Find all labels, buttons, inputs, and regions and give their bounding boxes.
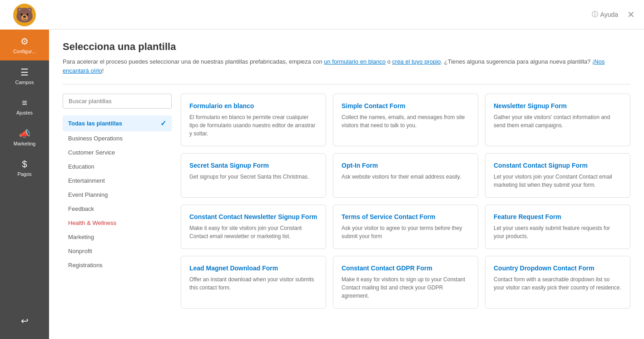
marketing-icon: 📣	[19, 128, 30, 139]
gear-icon: ⚙	[20, 36, 29, 47]
template-card-title: Constant Contact GDPR Form	[342, 264, 470, 272]
filter-event-label: Event Planning	[68, 191, 108, 198]
filter-customer-label: Customer Service	[68, 149, 115, 156]
template-card-title: Terms of Service Contact Form	[342, 213, 470, 220]
desc-middle: o	[386, 58, 392, 65]
filter-marketing[interactable]: Marketing	[63, 230, 172, 244]
filter-marketing-label: Marketing	[68, 234, 94, 240]
sidebar-item-marketing[interactable]: 📣 Marketing	[0, 122, 49, 153]
template-card-title: Simple Contact Form	[342, 102, 470, 110]
filter-health[interactable]: Health & Wellness	[63, 216, 172, 230]
template-card-desc: Gather your site visitors' contact infor…	[494, 113, 622, 130]
divider	[63, 84, 630, 85]
filter-education-label: Education	[68, 163, 94, 170]
sidebar-logo	[0, 0, 49, 30]
filter-registrations[interactable]: Registrations	[63, 258, 172, 272]
sidebar-item-marketing-label: Marketing	[14, 141, 35, 146]
logo-bear	[13, 4, 36, 26]
filter-entertainment[interactable]: Entertainment	[63, 174, 172, 188]
desc-suffix: . ¿Tienes alguna sugerencia para alguna …	[441, 58, 592, 65]
sidebar-item-configurar-label: Configur...	[13, 49, 36, 54]
link-blank[interactable]: un formulario en blanco	[324, 58, 386, 65]
template-grid: Formulario en blancoEl formulario en bla…	[181, 94, 630, 309]
back-icon: ↩	[21, 315, 29, 326]
template-card-desc: Ask website visitors for their email add…	[342, 173, 470, 181]
search-input[interactable]	[63, 94, 172, 109]
filter-feedback[interactable]: Feedback	[63, 202, 172, 216]
sidebar-bottom: ↩	[0, 309, 49, 339]
page-description: Para acelerar el proceso puedes seleccio…	[63, 57, 630, 75]
sidebar-item-ajustes-label: Ajustes	[16, 110, 33, 115]
template-card[interactable]: Formulario en blancoEl formulario en bla…	[181, 94, 326, 146]
link-custom[interactable]: crea el tuyo propio	[392, 58, 441, 65]
filter-all[interactable]: Todas las plantillas ✓	[63, 115, 172, 131]
sidebar-item-pagos-label: Pagos	[17, 171, 31, 177]
close-icon: ✕	[627, 10, 635, 20]
template-card-desc: Let your visitors join your Constant Con…	[494, 173, 622, 189]
template-card-title: Constant Contact Signup Form	[494, 162, 622, 169]
close-button[interactable]: ✕	[627, 9, 635, 20]
help-label: Ayuda	[600, 11, 618, 18]
filter-nonprofit[interactable]: Nonprofit	[63, 244, 172, 258]
filter-event[interactable]: Event Planning	[63, 188, 172, 202]
template-card[interactable]: Feature Request FormLet your users easil…	[485, 204, 630, 249]
filter-education[interactable]: Education	[63, 160, 172, 174]
template-card[interactable]: Secret Santa Signup FormGet signups for …	[181, 153, 326, 198]
template-card[interactable]: Terms of Service Contact FormAsk your vi…	[333, 204, 478, 249]
filter-business-label: Business Operations	[68, 135, 123, 142]
sidebar-item-pagos[interactable]: $ Pagos	[0, 153, 49, 183]
template-card-desc: Make it easy for site visitors join your…	[189, 224, 317, 240]
content-area: Selecciona una plantilla Para acelerar e…	[49, 30, 644, 339]
template-card-desc: Ask your visitor to agree to your terms …	[342, 224, 470, 240]
sidebar: ⚙ Configur... ☰ Campos ≡ Ajustes 📣 Marke…	[0, 0, 49, 339]
template-card[interactable]: Opt-In FormAsk website visitors for thei…	[333, 153, 478, 198]
sidebar-item-configurar[interactable]: ⚙ Configur...	[0, 30, 49, 60]
template-card-desc: El formulario en blanco te permite crear…	[189, 113, 317, 138]
filter-health-label: Health & Wellness	[68, 219, 116, 226]
settings-icon: ≡	[22, 98, 27, 108]
templates-layout: Todas las plantillas ✓ Business Operatio…	[63, 94, 630, 309]
template-card-desc: Offer an instant download when your visi…	[189, 275, 317, 292]
template-card-title: Secret Santa Signup Form	[189, 162, 317, 169]
filter-registrations-label: Registrations	[68, 262, 103, 269]
template-card[interactable]: Newsletter Signup FormGather your site v…	[485, 94, 630, 146]
sidebar-item-campos-label: Campos	[15, 80, 34, 85]
filter-nonprofit-label: Nonprofit	[68, 248, 92, 254]
template-card[interactable]: Constant Contact Signup FormLet your vis…	[485, 153, 630, 198]
template-card-desc: Contact form with a searchable dropdown …	[494, 275, 622, 292]
main-area: ⓘ Ayuda ✕ Selecciona una plantilla Para …	[49, 0, 644, 339]
filter-all-label: Todas las plantillas	[68, 120, 122, 127]
template-card[interactable]: Simple Contact FormCollect the names, em…	[333, 94, 478, 146]
template-card-title: Formulario en blanco	[189, 102, 317, 110]
template-card-desc: Make it easy for visitors to sign up to …	[342, 275, 470, 300]
help-button[interactable]: ⓘ Ayuda	[592, 10, 618, 19]
desc-prefix: Para acelerar el proceso puedes seleccio…	[63, 58, 324, 65]
template-card-title: Lead Magnet Download Form	[189, 264, 317, 272]
filter-customer[interactable]: Customer Service	[63, 145, 172, 160]
template-card[interactable]: Constant Contact Newsletter Signup FormM…	[181, 204, 326, 249]
template-card[interactable]: Country Dropdown Contact FormContact for…	[485, 256, 630, 309]
template-card[interactable]: Constant Contact GDPR FormMake it easy f…	[333, 256, 478, 309]
template-card-desc: Let your users easily submit feature req…	[494, 224, 622, 240]
template-card-desc: Collect the names, emails, and messages …	[342, 113, 470, 130]
template-card[interactable]: Lead Magnet Download FormOffer an instan…	[181, 256, 326, 309]
topbar: ⓘ Ayuda ✕	[49, 0, 644, 30]
sidebar-item-back[interactable]: ↩	[0, 309, 49, 334]
template-card-title: Country Dropdown Contact Form	[494, 264, 622, 272]
template-card-title: Newsletter Signup Form	[494, 102, 622, 110]
template-card-title: Feature Request Form	[494, 213, 622, 220]
filter-business[interactable]: Business Operations	[63, 131, 172, 145]
filter-all-checkmark: ✓	[160, 119, 166, 128]
sidebar-item-campos[interactable]: ☰ Campos	[0, 60, 49, 91]
help-circle-icon: ⓘ	[592, 10, 598, 19]
fields-icon: ☰	[20, 67, 29, 78]
filter-entertainment-label: Entertainment	[68, 177, 105, 184]
page-title: Selecciona una plantilla	[63, 41, 630, 53]
template-card-desc: Get signups for your Secret Santa this C…	[189, 173, 317, 181]
desc-end: !	[102, 67, 104, 74]
filter-feedback-label: Feedback	[68, 205, 94, 212]
template-card-title: Opt-In Form	[342, 162, 470, 169]
sidebar-item-ajustes[interactable]: ≡ Ajustes	[0, 91, 49, 122]
dollar-icon: $	[22, 159, 27, 170]
filter-sidebar: Todas las plantillas ✓ Business Operatio…	[63, 94, 172, 309]
